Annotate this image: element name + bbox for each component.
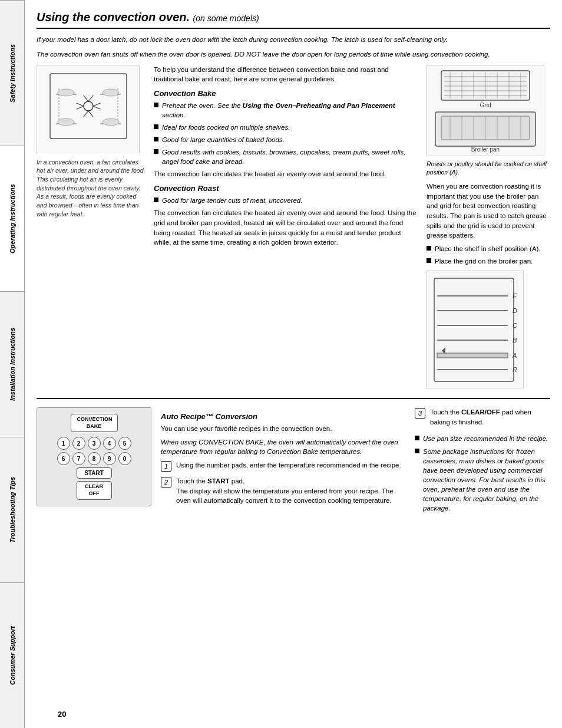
auto-recipe-heading: Auto Recipe™ Conversion <box>161 412 405 421</box>
left-column: In a convection oven, a fan circulates h… <box>37 65 146 389</box>
bake-bullet-4: Good results with cookies, biscuits, bro… <box>154 147 418 166</box>
svg-line-6 <box>93 103 100 106</box>
svg-point-1 <box>84 101 93 111</box>
key-7[interactable]: 7 <box>72 452 85 465</box>
sidebar: Safety Instructions Operating Instructio… <box>0 0 25 728</box>
key-8[interactable]: 8 <box>88 452 101 465</box>
bullet-icon <box>154 103 158 107</box>
sidebar-tab-operating[interactable]: Operating Instructions <box>0 146 24 291</box>
svg-line-7 <box>93 106 100 109</box>
roast-body-text: The convection fan circulates the heated… <box>154 208 418 248</box>
grid-svg: Grid Broiler pan <box>429 68 541 153</box>
right-column: Grid Broiler pan Roasts or poultry <box>427 65 550 389</box>
warning-text-2: The convection oven fan shuts off when t… <box>37 50 550 60</box>
shelf-bullet-2: Place the grid on the broiler pan. <box>427 256 550 266</box>
key-9[interactable]: 9 <box>103 452 116 465</box>
sidebar-tab-safety[interactable]: Safety Instructions <box>0 0 24 146</box>
section-divider <box>37 398 550 399</box>
bullet-text-1: Preheat the oven. See the Using the Oven… <box>162 101 418 120</box>
page-title: Using the convection oven. (on some mode… <box>37 11 550 29</box>
svg-line-9 <box>88 111 93 117</box>
step-text-2: Touch the START pad. The display will sh… <box>176 476 405 506</box>
recipe-bullet-2: Some package instructions for frozen cas… <box>415 447 550 513</box>
bake-bullet-3: Good for large quantities of baked foods… <box>154 135 418 144</box>
step-2: 2 Touch the START pad. The display will … <box>161 476 405 506</box>
keypad-row-1: 1 2 3 4 5 <box>43 437 145 450</box>
middle-column: To help you understand the difference be… <box>154 65 418 389</box>
start-button[interactable]: START <box>77 467 112 479</box>
bake-fan-text: The convection fan circulates the heated… <box>154 169 418 179</box>
key-6[interactable]: 6 <box>57 452 70 465</box>
warning-text-1: If your model has a door latch, do not l… <box>37 35 550 45</box>
svg-line-4 <box>77 103 84 106</box>
key-0[interactable]: 0 <box>118 452 131 465</box>
oven-image <box>37 65 140 153</box>
auto-recipe-note: When using CONVECTION BAKE, the oven wil… <box>161 437 405 457</box>
bullet-icon <box>427 246 431 251</box>
step-3: 3 Touch the CLEAR/OFF pad when baking is… <box>415 407 550 427</box>
bottom-section: CONVECTION BAKE 1 2 3 4 5 6 7 8 9 0 STAR… <box>37 407 550 516</box>
shelf-bullet-1: Place the shelf in shelf position (A). <box>427 244 550 253</box>
clear-off-button[interactable]: CLEAR OFF <box>77 481 112 499</box>
step-text-3: Touch the CLEAR/OFF pad when baking is f… <box>430 407 550 427</box>
sidebar-tab-troubleshooting[interactable]: Troubleshooting Tips <box>0 437 24 582</box>
bullet-icon <box>154 149 158 154</box>
svg-text:R: R <box>513 366 517 373</box>
bake-bullet-1: Preheat the oven. See the Using the Oven… <box>154 101 418 120</box>
intro-text: To help you understand the difference be… <box>154 65 418 84</box>
auto-recipe-right: 3 Touch the CLEAR/OFF pad when baking is… <box>415 407 550 516</box>
key-3[interactable]: 3 <box>88 437 101 450</box>
bake-bullet-2: Ideal for foods cooked on multiple shelv… <box>154 123 418 132</box>
svg-text:Broiler pan: Broiler pan <box>471 146 500 153</box>
main-content: Using the convection oven. (on some mode… <box>25 0 562 728</box>
svg-text:C: C <box>513 322 517 329</box>
svg-rect-42 <box>434 278 514 381</box>
svg-text:D: D <box>513 307 517 314</box>
svg-line-8 <box>84 111 88 117</box>
roast-body-right: When you are convection roasting it is i… <box>427 182 550 241</box>
key-4[interactable]: 4 <box>103 437 116 450</box>
svg-rect-0 <box>50 74 127 139</box>
bullet-icon <box>427 258 431 263</box>
convection-bake-heading: Convection Bake <box>154 89 418 98</box>
recipe-bullet-text-2: Some package instructions for frozen cas… <box>423 447 550 513</box>
bullet-text-3: Good for large quantities of baked foods… <box>162 135 418 144</box>
svg-line-2 <box>84 95 88 101</box>
key-5[interactable]: 5 <box>118 437 131 450</box>
main-columns: In a convection oven, a fan circulates h… <box>37 65 550 389</box>
shelf-bullet-text-2: Place the grid on the broiler pan. <box>435 256 550 266</box>
page-number: 20 <box>58 710 66 719</box>
key-1[interactable]: 1 <box>57 437 70 450</box>
keypad-image: CONVECTION BAKE 1 2 3 4 5 6 7 8 9 0 STAR… <box>37 407 151 506</box>
sidebar-tab-installation[interactable]: Installation Instructions <box>0 291 24 437</box>
bullet-icon <box>154 197 158 202</box>
sidebar-tab-consumer[interactable]: Consumer Support <box>0 582 24 728</box>
svg-text:E: E <box>513 292 517 299</box>
svg-point-15 <box>58 118 74 126</box>
svg-point-17 <box>103 118 119 126</box>
keypad-section: CONVECTION BAKE 1 2 3 4 5 6 7 8 9 0 STAR… <box>37 407 151 516</box>
svg-line-5 <box>77 106 84 109</box>
step-number-3: 3 <box>415 408 425 419</box>
auto-recipe-intro: You can use your favorite recipes in the… <box>161 424 405 434</box>
svg-text:B: B <box>513 337 517 344</box>
svg-text:A: A <box>512 352 517 359</box>
bullet-icon <box>415 436 419 440</box>
recipe-bullet-1: Use pan size recommended in the recipe. <box>415 434 550 443</box>
recipe-bullet-text-1: Use pan size recommended in the recipe. <box>423 434 550 443</box>
oven-svg <box>47 71 130 147</box>
oven-caption: In a convection oven, a fan circulates h… <box>37 158 146 219</box>
step-number-2: 2 <box>161 477 171 487</box>
shelf-bullet-text-1: Place the shelf in shelf position (A). <box>435 244 550 253</box>
step-number-1: 1 <box>161 461 171 472</box>
bullet-text-2: Ideal for foods cooked on multiple shelv… <box>162 123 418 132</box>
svg-text:Grid: Grid <box>480 102 491 108</box>
svg-line-3 <box>88 95 93 101</box>
step-1: 1 Using the number pads, enter the tempe… <box>161 460 405 472</box>
bullet-icon <box>415 449 419 453</box>
svg-point-14 <box>58 89 74 96</box>
step-text-1: Using the number pads, enter the tempera… <box>176 460 405 470</box>
convection-roast-heading: Convection Roast <box>154 184 418 193</box>
key-2[interactable]: 2 <box>72 437 85 450</box>
roast-shelf-caption: Roasts or poultry should be cooked on sh… <box>427 160 550 177</box>
